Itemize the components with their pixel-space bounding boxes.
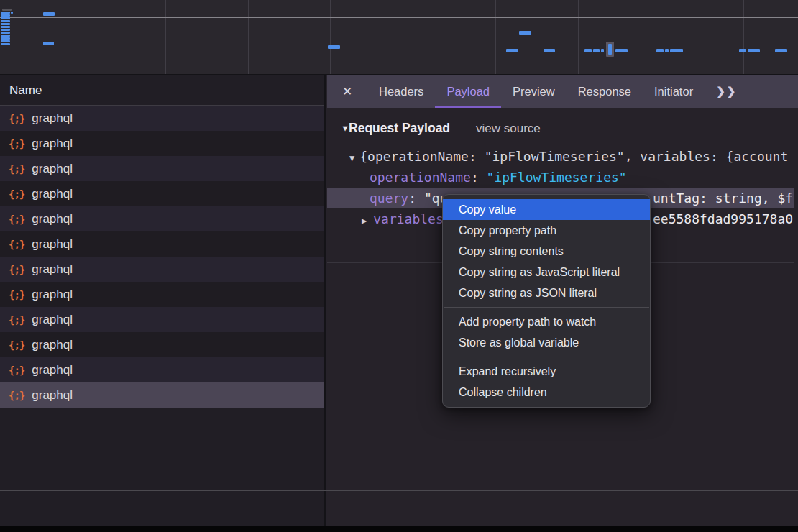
timeline-gridline [661,0,661,75]
menu-item-collapse-children[interactable]: Collapse children [443,382,650,403]
request-timing-bar [1,14,10,17]
request-timing-bar [1,37,10,40]
request-timing-bar [1,32,10,34]
json-icon: {;} [9,188,24,200]
menu-item-expand-recursively[interactable]: Expand recursively [443,361,650,382]
collapsed-arrow-icon[interactable]: ▶ [362,216,367,226]
collapse-triangle-icon: ▾ [343,123,347,133]
request-timing-bar [665,49,669,52]
tab-response[interactable]: Response [567,75,643,108]
table-row[interactable]: {;}graphql [0,206,324,231]
json-icon: {;} [9,239,24,250]
payload-preview-text: {operationName: "ipFlowTimeseries", vari… [359,149,788,164]
query-value-fragment: untTag: string, $f [653,188,793,208]
timeline-gridline [248,0,249,75]
table-row[interactable]: {;}graphql [0,106,324,131]
request-timing-bar [775,49,787,52]
json-icon: {;} [9,339,24,351]
request-timing-bar [1,40,10,42]
tab-preview[interactable]: Preview [501,75,567,108]
string-value: "ipFlowTimeseries" [487,170,627,185]
menu-item-store-as-global-variable[interactable]: Store as global variable [443,332,650,353]
request-name: graphql [32,363,73,377]
request-name: graphql [32,288,73,302]
tab-initiator[interactable]: Initiator [643,75,705,108]
request-timing-bar [1,35,10,37]
menu-item-copy-string-js-literal[interactable]: Copy string as JavaScript literal [443,262,650,283]
footer-divider [0,490,798,491]
variables-value-fragment: ee5588fdad995178a0 [653,208,793,229]
request-timing-bar [748,49,760,52]
json-icon: {;} [9,163,24,175]
table-row[interactable]: {;}graphql [0,131,324,156]
expanded-arrow-icon[interactable]: ▼ [349,153,354,163]
payload-root-row[interactable]: ▼{operationName: "ipFlowTimeseries", var… [327,146,798,167]
payload-row-operationname[interactable]: operationName: "ipFlowTimeseries" [327,167,798,188]
json-icon: {;} [9,289,24,301]
menu-item-add-property-path-to-watch[interactable]: Add property path to watch [443,311,650,332]
network-request-list: Name {;}graphql {;}graphql {;}graphql {;… [0,75,326,532]
menu-item-copy-value[interactable]: Copy value [443,199,650,220]
context-menu: Copy value Copy property path Copy strin… [442,194,651,408]
timeline-gridline [743,0,744,75]
json-icon: {;} [9,364,24,376]
request-timing-bar [544,49,555,52]
menu-separator [444,307,649,308]
json-icon: {;} [9,113,24,124]
request-name: graphql [32,388,73,403]
request-timing-bar [1,29,10,31]
menu-item-copy-string-json-literal[interactable]: Copy string as JSON literal [443,283,650,303]
table-row[interactable]: {;}graphql [0,231,324,257]
request-timing-bar [739,49,746,52]
detail-tabbar: ✕ Headers Payload Preview Response Initi… [327,75,798,108]
request-timing-bar [1,17,10,19]
request-timing-bar [1,43,10,45]
request-name: graphql [32,313,73,327]
json-icon: {;} [9,264,24,275]
menu-item-copy-string-contents[interactable]: Copy string contents [443,241,650,262]
request-timing-bar [2,9,12,11]
timeline-gridline [578,0,579,75]
request-name: graphql [32,212,73,226]
request-timing-bar [670,49,683,52]
request-timing-bar [11,12,13,14]
table-row[interactable]: {;}graphql [0,257,324,282]
section-title[interactable]: ▾Request Payload [343,121,450,136]
request-timing-bar [615,49,628,52]
request-timing-bar [1,26,10,28]
timeline-gridline [495,0,496,75]
request-timing-bar [328,45,340,49]
table-row[interactable]: {;}graphql [0,181,324,206]
menu-item-copy-property-path[interactable]: Copy property path [443,220,650,241]
timeline-gridline [330,0,331,75]
json-icon: {;} [9,390,24,401]
request-timing-bar [506,49,518,52]
table-row[interactable]: {;}graphql [0,156,324,181]
request-name: graphql [32,137,73,151]
timeline-baseline [0,17,798,18]
table-row[interactable]: {;}graphql [0,332,324,357]
request-timing-bar [1,20,10,22]
more-tabs-icon[interactable]: ❯❯ [706,75,747,108]
tab-headers[interactable]: Headers [367,75,435,108]
request-name: graphql [32,162,73,176]
json-icon: {;} [9,138,24,150]
name-column-header[interactable]: Name [0,75,324,106]
table-row[interactable]: {;}graphql [0,307,324,332]
close-icon[interactable]: ✕ [327,75,367,108]
timeline-gridline [413,0,413,75]
network-overview-timeline[interactable] [0,0,798,75]
json-icon: {;} [9,214,24,225]
table-row[interactable]: {;}graphql [0,357,324,382]
table-row-selected[interactable]: {;}graphql [0,382,324,408]
request-timing-bar [43,12,55,16]
view-source-link[interactable]: view source [476,121,541,136]
request-name: graphql [32,262,73,277]
request-timing-bar [608,44,612,55]
json-icon: {;} [9,314,24,326]
request-name: graphql [32,111,73,126]
request-timing-bar [1,23,10,25]
payload-section-header: ▾Request Payload view source [327,117,798,136]
table-row[interactable]: {;}graphql [0,282,324,307]
tab-payload[interactable]: Payload [435,75,501,108]
